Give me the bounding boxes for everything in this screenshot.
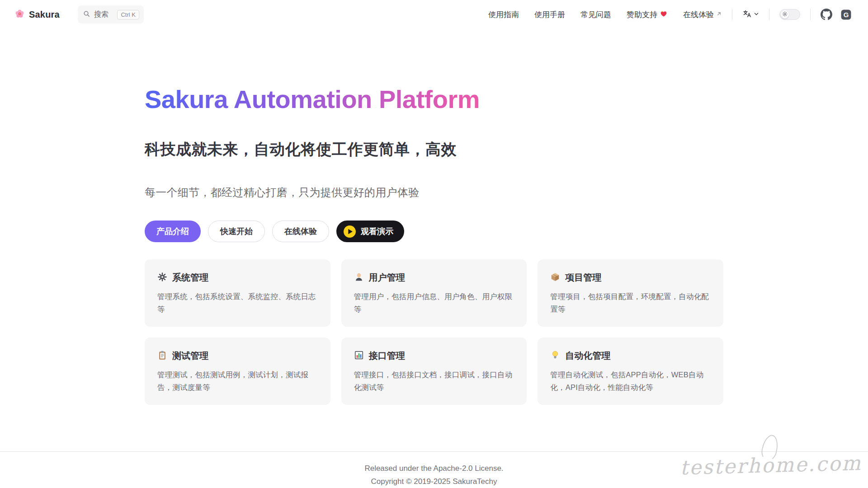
- feature-desc: 管理系统，包括系统设置、系统监控、系统日志等: [157, 290, 318, 315]
- feature-title: 接口管理: [369, 350, 405, 362]
- feature-desc: 管理接口，包括接口文档，接口调试，接口自动化测试等: [354, 368, 514, 394]
- hero-tagline: 科技成就未来，自动化将使工作更简单，高效: [145, 139, 723, 160]
- watermark: testerhome.com: [679, 451, 862, 479]
- top-nav: Sakura 搜索 Ctrl K 使用指南 使用手册 常见问题 赞助支持: [0, 0, 868, 29]
- user-icon: [354, 272, 364, 284]
- quick-start-button[interactable]: 快速开始: [208, 221, 265, 242]
- nav-left: Sakura 搜索 Ctrl K: [14, 5, 144, 23]
- nav-link-manual[interactable]: 使用手册: [534, 9, 565, 20]
- package-icon: [550, 272, 560, 284]
- play-icon: [344, 225, 356, 238]
- svg-text:G: G: [844, 10, 849, 18]
- footer-copyright: Copyright © 2019-2025 SakuraTechy: [0, 477, 868, 486]
- nav-link-demo-site[interactable]: 在线体验: [683, 9, 722, 20]
- hero-title: Sakura Automation Platform: [145, 87, 480, 112]
- sun-icon: [782, 10, 788, 19]
- nav-right: 使用指南 使用手册 常见问题 赞助支持 在线体验: [488, 9, 852, 20]
- nav-link-faq[interactable]: 常见问题: [580, 9, 611, 20]
- external-link-icon: [716, 10, 722, 19]
- theme-toggle[interactable]: [779, 9, 800, 20]
- logo-text: Sakura: [29, 9, 60, 20]
- feature-desc: 管理自动化测试，包括APP自动化，WEB自动化，API自动化，性能自动化等: [550, 368, 711, 394]
- feature-card-system[interactable]: 系统管理 管理系统，包括系统设置、系统监控、系统日志等: [145, 259, 330, 327]
- gear-icon: [157, 272, 167, 284]
- nav-divider: [810, 9, 811, 20]
- feature-title: 测试管理: [172, 350, 208, 362]
- feature-title: 用户管理: [369, 272, 405, 284]
- feature-desc: 管理用户，包括用户信息、用户角色、用户权限等: [354, 290, 514, 315]
- nav-link-sponsor[interactable]: 赞助支持: [627, 9, 668, 20]
- product-intro-button[interactable]: 产品介绍: [145, 221, 201, 242]
- feature-card-user[interactable]: 用户管理 管理用户，包括用户信息、用户角色、用户权限等: [341, 259, 527, 327]
- chevron-down-icon: [754, 10, 759, 19]
- nav-divider: [769, 9, 769, 20]
- landing-page: Sakura 搜索 Ctrl K 使用指南 使用手册 常见问题 赞助支持: [0, 0, 868, 488]
- light-bulb-icon: [550, 350, 560, 362]
- hero-section: Sakura Automation Platform 科技成就未来，自动化将使工…: [145, 29, 723, 405]
- theme-toggle-knob: [781, 10, 789, 19]
- feature-card-automation[interactable]: 自动化管理 管理自动化测试，包括APP自动化，WEB自动化，API自动化，性能自…: [538, 338, 723, 405]
- feature-card-test[interactable]: 测试管理 管理测试，包括测试用例，测试计划，测试报告，测试度量等: [145, 338, 330, 405]
- search-label: 搜索: [94, 10, 108, 19]
- search-shortcut: Ctrl K: [117, 10, 139, 19]
- feature-desc: 管理项目，包括项目配置，环境配置，自动化配置等: [550, 290, 711, 315]
- hero-actions: 产品介绍 快速开始 在线体验 观看演示: [145, 221, 723, 242]
- feature-title: 系统管理: [172, 272, 208, 284]
- watch-demo-button[interactable]: 观看演示: [336, 221, 404, 242]
- nav-divider: [732, 9, 732, 20]
- clipboard-icon: [157, 350, 167, 362]
- hero-subtitle: 每一个细节，都经过精心打磨，只为提供更好的用户体验: [145, 185, 723, 200]
- nav-link-guide[interactable]: 使用指南: [488, 9, 519, 20]
- sakura-flower-icon: [14, 9, 25, 21]
- feature-card-api[interactable]: 接口管理 管理接口，包括接口文档，接口调试，接口自动化测试等: [341, 338, 527, 405]
- bar-chart-icon: [354, 350, 364, 362]
- feature-title: 自动化管理: [565, 350, 610, 362]
- search-input[interactable]: 搜索 Ctrl K: [78, 5, 144, 23]
- search-icon: [83, 10, 90, 19]
- feature-grid: 系统管理 管理系统，包括系统设置、系统监控、系统日志等 用户管理 管理用户，包: [145, 259, 723, 405]
- feature-desc: 管理测试，包括测试用例，测试计划，测试报告，测试度量等: [157, 368, 318, 394]
- feature-title: 项目管理: [565, 272, 601, 284]
- github-icon[interactable]: [821, 9, 832, 20]
- language-switcher[interactable]: [742, 9, 759, 20]
- social-links: G: [821, 9, 852, 20]
- gitee-icon[interactable]: G: [840, 9, 852, 20]
- sparkling-heart-icon: [660, 9, 668, 20]
- online-demo-button[interactable]: 在线体验: [272, 221, 329, 242]
- translate-icon: [742, 9, 752, 20]
- feature-card-project[interactable]: 项目管理 管理项目，包括项目配置，环境配置，自动化配置等: [538, 259, 723, 327]
- logo[interactable]: Sakura: [14, 9, 60, 21]
